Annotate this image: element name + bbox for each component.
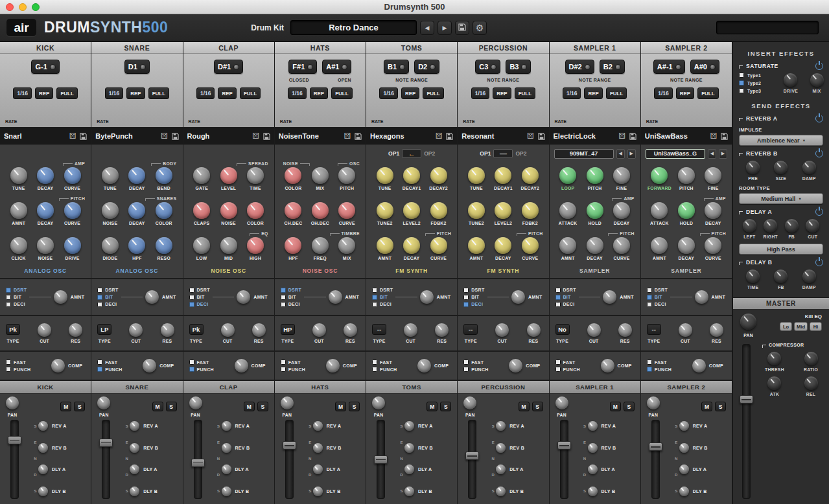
mute-button[interactable]: M — [701, 402, 712, 411]
tune-knob[interactable] — [377, 167, 393, 184]
volume-fader[interactable] — [468, 420, 476, 499]
punch-toggle[interactable]: PUNCH — [189, 367, 214, 372]
note-button[interactable]: D1 — [124, 60, 150, 74]
mute-button[interactable]: M — [519, 402, 530, 411]
full-button[interactable]: FULL — [606, 87, 627, 99]
loop-knob[interactable] — [559, 167, 576, 184]
solo-button[interactable]: S — [74, 402, 85, 411]
note-button[interactable]: B1 — [384, 60, 409, 74]
mute-button[interactable]: M — [426, 402, 438, 411]
decay-knob[interactable] — [495, 237, 511, 254]
color-knob[interactable] — [156, 202, 172, 219]
send-knob-rev-b[interactable] — [313, 443, 323, 453]
right-knob[interactable] — [764, 219, 777, 233]
filter-type-button[interactable]: -- — [372, 324, 386, 335]
pan-knob[interactable] — [463, 396, 476, 409]
cut-knob[interactable] — [221, 323, 235, 337]
fast-toggle[interactable]: FAST — [97, 360, 122, 365]
color-knob[interactable] — [285, 167, 301, 184]
note-button[interactable]: A#1 — [322, 60, 351, 74]
pan-knob[interactable] — [555, 396, 568, 409]
save-preset-icon[interactable] — [446, 133, 453, 140]
send-knob-rev-b[interactable] — [679, 443, 689, 453]
mute-button[interactable]: M — [335, 402, 346, 411]
time-knob[interactable] — [247, 167, 264, 184]
info-display-field[interactable] — [716, 21, 819, 34]
cut-knob[interactable] — [312, 323, 326, 337]
filter-type-button[interactable]: -- — [647, 324, 661, 335]
save-preset-icon[interactable] — [263, 133, 270, 140]
send-knob-rev-b[interactable] — [222, 443, 231, 453]
fine-knob[interactable] — [705, 167, 721, 184]
cut-knob[interactable] — [404, 323, 417, 337]
dist-amount-knob[interactable] — [145, 290, 159, 304]
repeat-button[interactable]: REP — [493, 87, 511, 99]
solo-button[interactable]: S — [166, 402, 177, 411]
send-knob-dly-b[interactable] — [130, 487, 139, 496]
solo-button[interactable]: S — [624, 402, 635, 411]
send-knob-dly-b[interactable] — [313, 487, 323, 496]
send-knob-rev-b[interactable] — [130, 443, 139, 453]
cut-knob[interactable] — [806, 219, 819, 233]
distortion-option-deci[interactable]: DECI — [97, 302, 118, 307]
distortion-option-dsrt[interactable]: DSRT — [97, 288, 118, 293]
fm-routing-button[interactable]: — — [493, 149, 513, 158]
decay-knob[interactable] — [37, 202, 54, 219]
fine-knob[interactable] — [613, 167, 630, 184]
saturate-type-2[interactable]: Type2 — [739, 80, 784, 86]
mute-button[interactable]: M — [60, 402, 71, 411]
send-knob-dly-a[interactable] — [222, 464, 231, 474]
kit-prev-button[interactable]: ◀ — [420, 21, 434, 35]
note-button[interactable]: B2 — [600, 60, 625, 74]
solo-button[interactable]: S — [257, 402, 268, 411]
decay-knob[interactable] — [403, 237, 420, 254]
transient-comp-knob[interactable] — [692, 359, 706, 372]
level2-knob[interactable] — [495, 202, 511, 219]
drum-kit-select[interactable]: Retro Dance — [290, 20, 417, 35]
distortion-option-bit[interactable]: BIT — [463, 295, 484, 300]
amnt-knob[interactable] — [559, 237, 576, 254]
sample-prev-button[interactable]: ◀ — [708, 149, 716, 159]
rate-value-button[interactable]: 1/16 — [105, 87, 124, 99]
thresh-knob[interactable] — [767, 352, 781, 365]
transient-comp-knob[interactable] — [143, 359, 156, 372]
tune-knob[interactable] — [102, 167, 119, 184]
distortion-option-deci[interactable]: DECI — [6, 302, 27, 307]
randomize-die-icon[interactable]: ⚄ — [69, 132, 76, 140]
sample-next-button[interactable]: ▶ — [627, 149, 636, 159]
randomize-die-icon[interactable]: ⚄ — [161, 132, 167, 140]
mix-knob[interactable] — [338, 237, 355, 254]
curve-knob[interactable] — [613, 237, 630, 254]
level2-knob[interactable] — [403, 202, 420, 219]
hpf-knob[interactable] — [285, 237, 301, 254]
curve-knob[interactable] — [522, 237, 539, 254]
pan-knob[interactable] — [189, 396, 202, 409]
damp-knob[interactable] — [802, 161, 816, 174]
curve-knob[interactable] — [338, 202, 355, 219]
randomize-die-icon[interactable]: ⚄ — [710, 132, 717, 140]
rate-value-button[interactable]: 1/16 — [654, 87, 673, 99]
fb-knob[interactable] — [774, 269, 788, 283]
solo-button[interactable]: S — [715, 402, 726, 411]
fast-toggle[interactable]: FAST — [281, 360, 305, 365]
noise-knob[interactable] — [220, 202, 237, 219]
volume-fader[interactable] — [194, 420, 202, 499]
volume-fader[interactable] — [377, 420, 385, 499]
mix-knob[interactable] — [810, 73, 824, 87]
filter-type-button[interactable]: Pk — [189, 324, 204, 335]
send-knob-rev-b[interactable] — [404, 443, 414, 453]
send-knob-rev-a[interactable] — [38, 421, 48, 431]
randomize-die-icon[interactable]: ⚄ — [344, 132, 351, 140]
saturate-type-1[interactable]: Type1 — [739, 73, 784, 78]
repeat-button[interactable]: REP — [310, 87, 328, 99]
save-preset-icon[interactable] — [355, 133, 362, 140]
click-knob[interactable] — [10, 237, 27, 254]
distortion-option-deci[interactable]: DECI — [555, 302, 576, 307]
repeat-button[interactable]: REP — [218, 87, 236, 99]
kill-eq-lo-button[interactable]: Lo — [780, 322, 792, 331]
rate-value-button[interactable]: 1/16 — [471, 87, 490, 99]
hold-knob[interactable] — [678, 202, 695, 219]
full-button[interactable]: FULL — [240, 87, 261, 99]
res-knob[interactable] — [435, 323, 449, 337]
fader-handle[interactable] — [740, 395, 753, 404]
